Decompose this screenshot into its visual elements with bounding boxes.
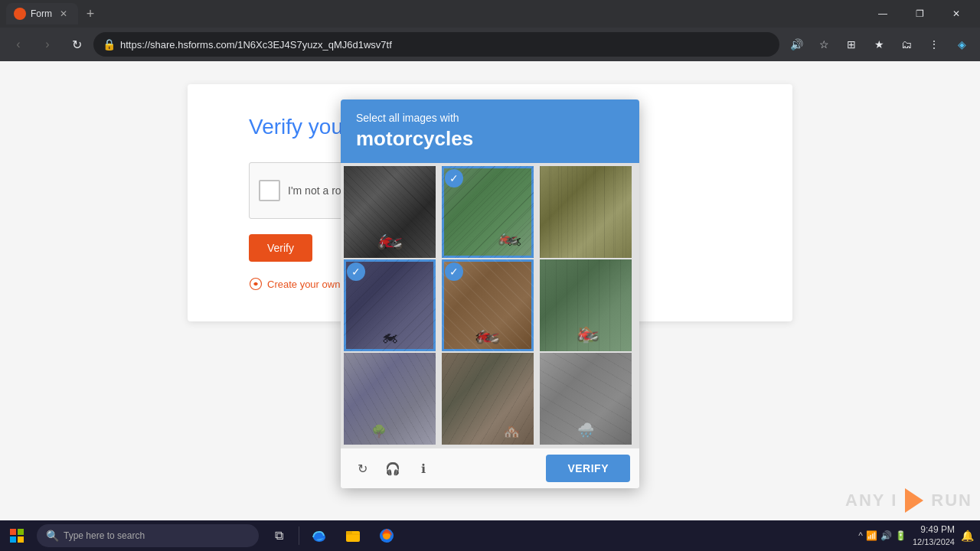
volume-icon[interactable]: 🔊 — [880, 530, 892, 541]
navigation-bar: ‹ › ↻ 🔒 https://share.hsforms.com/1N6Xc3… — [0, 28, 980, 61]
tray-icons: ^ 📶 🔊 🔋 — [858, 530, 906, 541]
grid-cell-4[interactable]: 🏍 ✓ — [344, 259, 436, 351]
verify-button[interactable]: Verify — [249, 234, 312, 262]
battery-icon[interactable]: 🔋 — [895, 530, 906, 541]
browser-window: Form ✕ + — ❐ ✕ ‹ › ↻ 🔒 https://share.hsf… — [0, 0, 980, 520]
notification-icon[interactable]: 🔔 — [961, 530, 974, 542]
hubspot-icon — [249, 277, 263, 291]
anyrun-play-icon — [905, 488, 923, 513]
tab-close-button[interactable]: ✕ — [57, 7, 70, 21]
clock-date: 12/13/2024 — [913, 536, 955, 548]
grid-cell-7[interactable]: 🌳 — [344, 353, 436, 445]
challenge-image-grid: 🏍 🏍 ✓ 🏍 ✓ — [341, 163, 639, 448]
taskbar-divider — [299, 527, 299, 545]
windows-logo-icon — [10, 529, 24, 543]
task-view-button[interactable]: ⧉ — [262, 520, 296, 551]
checkmark-2: ✓ — [445, 169, 463, 187]
edge-copilot-button[interactable]: ◈ — [949, 32, 974, 57]
taskbar-firefox-button[interactable] — [370, 520, 403, 551]
secure-icon: 🔒 — [103, 38, 116, 51]
grid-cell-8[interactable]: 🏘️ — [442, 353, 534, 445]
taskbar-clock[interactable]: 9:49 PM 12/13/2024 — [913, 523, 955, 548]
svg-rect-3 — [10, 529, 16, 535]
forward-button[interactable]: › — [35, 32, 60, 57]
page-content: Verify you are human! I'm not a robot rC — [0, 61, 980, 520]
grid-cell-9[interactable]: 🌧️ — [540, 353, 632, 445]
grid-cell-2[interactable]: 🏍 ✓ — [442, 166, 534, 258]
refresh-button[interactable]: ↻ — [64, 32, 89, 57]
file-explorer-icon — [345, 527, 361, 544]
window-controls: — ❐ ✕ — [865, 0, 974, 28]
browser-tab-active[interactable]: Form ✕ — [6, 3, 78, 24]
taskbar-search-placeholder: Type here to search — [64, 530, 145, 541]
checkmark-5: ✓ — [445, 262, 463, 281]
grid-cell-6[interactable]: 🏠 — [540, 259, 632, 351]
tab-strip: Form ✕ + — [6, 3, 862, 24]
recaptcha-checkbox[interactable] — [259, 180, 280, 201]
address-bar[interactable]: 🔒 https://share.hsforms.com/1N6Xc3EJ4S7y… — [93, 32, 779, 57]
challenge-header: Select all images with motorcycles — [341, 99, 639, 163]
recaptcha-challenge-overlay: Select all images with motorcycles 🏍 🏍 ✓ — [341, 99, 639, 488]
split-screen-button[interactable]: ⊞ — [839, 32, 864, 57]
form-background: Verify you are human! I'm not a robot rC — [0, 61, 980, 520]
svg-rect-9 — [346, 531, 352, 534]
taskbar-edge-button[interactable] — [302, 520, 336, 551]
firefox-icon — [378, 527, 395, 544]
challenge-type: motorcycles — [356, 127, 624, 151]
restore-button[interactable]: ❐ — [902, 0, 937, 28]
clock-time: 9:49 PM — [913, 523, 955, 536]
anyrun-watermark: ANY I RUN — [845, 488, 972, 513]
taskbar-explorer-button[interactable] — [336, 520, 370, 551]
anyrun-suffix: RUN — [931, 491, 972, 510]
back-button[interactable]: ‹ — [6, 32, 31, 57]
svg-rect-4 — [18, 529, 24, 535]
new-tab-button[interactable]: + — [80, 3, 101, 24]
network-icon[interactable]: 📶 — [866, 530, 877, 541]
challenge-instruction: Select all images with — [356, 112, 624, 124]
taskbar-system-tray: ^ 📶 🔊 🔋 9:49 PM 12/13/2024 🔔 — [858, 523, 980, 548]
anyrun-text: ANY I — [845, 491, 897, 510]
info-button[interactable]: ℹ — [411, 456, 436, 481]
tray-expand-icon[interactable]: ^ — [858, 530, 863, 541]
footer-icon-group: ↻ 🎧 ℹ — [350, 456, 436, 481]
checkmark-4: ✓ — [347, 262, 365, 281]
challenge-verify-button[interactable]: VERIFY — [546, 455, 630, 482]
minimize-button[interactable]: — — [865, 0, 900, 28]
challenge-footer: ↻ 🎧 ℹ VERIFY — [341, 448, 639, 488]
close-button[interactable]: ✕ — [939, 0, 974, 28]
task-view-icon: ⧉ — [275, 529, 283, 543]
collections-button[interactable]: 🗂 — [894, 32, 919, 57]
nav-action-buttons: 🔊 ☆ ⊞ ★ 🗂 ⋮ ◈ — [784, 32, 974, 57]
start-button[interactable] — [0, 520, 34, 551]
taskbar: 🔍 Type here to search ⧉ ^ 📶 — [0, 520, 980, 551]
favorites-menu-button[interactable]: ★ — [867, 32, 891, 57]
title-bar: Form ✕ + — ❐ ✕ — [0, 0, 980, 28]
favorites-button[interactable]: ☆ — [812, 32, 836, 57]
search-icon: 🔍 — [46, 530, 59, 542]
grid-cell-3[interactable] — [540, 166, 632, 258]
extensions-button[interactable]: ⋮ — [922, 32, 946, 57]
read-aloud-button[interactable]: 🔊 — [784, 32, 808, 57]
grid-cell-5[interactable]: 🏍 ✓ — [442, 259, 534, 351]
taskbar-search-bar[interactable]: 🔍 Type here to search — [37, 524, 259, 547]
grid-cell-1[interactable]: 🏍 — [344, 166, 436, 258]
svg-rect-5 — [10, 536, 16, 543]
address-text: https://share.hsforms.com/1N6Xc3EJ4S7yuz… — [120, 39, 770, 51]
svg-rect-6 — [18, 536, 24, 543]
audio-challenge-button[interactable]: 🎧 — [381, 456, 405, 481]
tab-title: Form — [31, 8, 52, 19]
tab-favicon — [14, 8, 26, 20]
edge-icon — [311, 527, 328, 544]
refresh-challenge-button[interactable]: ↻ — [350, 456, 374, 481]
